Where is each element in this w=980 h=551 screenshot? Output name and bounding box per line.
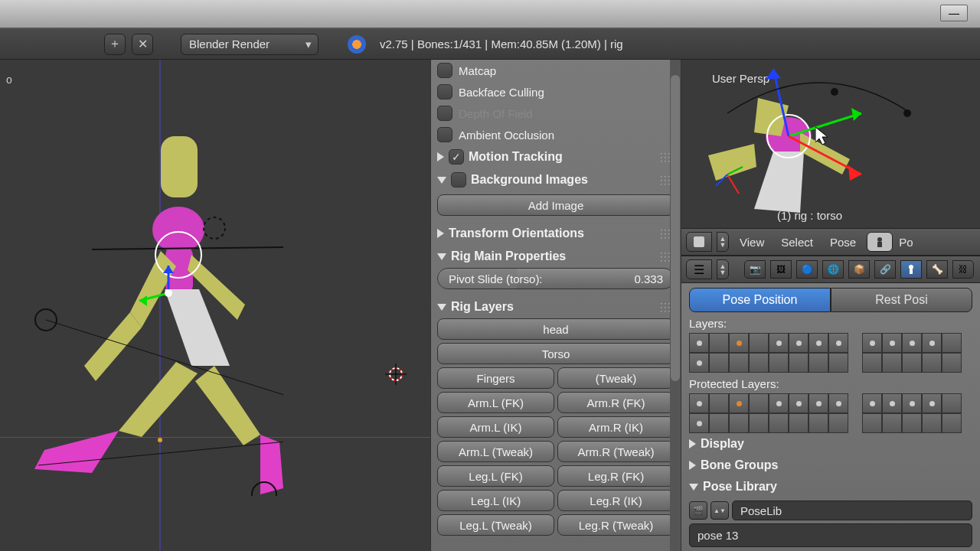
properties-header: ☰ ▲▼ 📷 🖼 🔵 🌐 📦 🔗 🦴 ⛓ <box>681 256 980 283</box>
constraints-tab-icon[interactable]: 🔗 <box>874 260 896 279</box>
svg-line-40 <box>727 174 739 194</box>
window-titlebar: — <box>0 0 980 29</box>
fingers-tweak-button[interactable]: (Tweak) <box>557 367 675 389</box>
add-screen-icon[interactable]: ＋ <box>104 34 126 55</box>
leg-r-tweak-button[interactable]: Leg.R (Tweak) <box>557 514 675 536</box>
armature-properties: Pose Position Rest Posi Layers: Protecte… <box>681 283 980 551</box>
world-tab-icon[interactable]: 🌐 <box>822 260 844 279</box>
torso-layer-button[interactable]: Torso <box>437 343 675 364</box>
armature-layers-grid[interactable] <box>689 333 972 373</box>
origin-dot-icon <box>158 438 162 442</box>
matcap-checkbox[interactable] <box>437 63 452 78</box>
render-engine-dropdown[interactable]: Blender Render <box>181 34 318 55</box>
svg-marker-32 <box>708 144 756 181</box>
arm-l-ik-button[interactable]: Arm.L (IK) <box>437 416 554 438</box>
motion-tracking-header[interactable]: Motion Tracking <box>437 145 675 168</box>
svg-marker-35 <box>851 108 861 121</box>
motion-tracking-checkbox[interactable] <box>449 149 464 165</box>
poselib-name-field[interactable]: PoseLib <box>732 500 972 520</box>
backface-checkbox[interactable] <box>437 84 452 99</box>
svg-marker-20 <box>139 295 147 306</box>
action-browse-icon[interactable]: 🎬 <box>689 501 707 520</box>
3d-viewport-main[interactable]: o <box>0 60 430 551</box>
armature-tab-icon[interactable] <box>900 260 922 279</box>
svg-marker-22 <box>163 266 174 273</box>
svg-marker-29 <box>754 152 804 213</box>
bone-tab-icon[interactable]: 🦴 <box>926 260 948 279</box>
fingers-layer-button[interactable]: Fingers <box>437 367 554 389</box>
render-tab-icon[interactable]: 📷 <box>744 260 766 279</box>
bg-images-header[interactable]: Background Images <box>437 168 675 191</box>
leg-r-ik-button[interactable]: Leg.R (IK) <box>557 490 675 511</box>
ao-checkbox[interactable] <box>437 127 452 142</box>
dof-checkbox[interactable] <box>437 106 452 121</box>
ao-label: Ambient Occlusion <box>459 129 554 142</box>
svg-marker-37 <box>766 69 781 80</box>
pose-position-button[interactable]: Pose Position <box>689 288 831 312</box>
editor-type-icon[interactable] <box>686 232 712 252</box>
properties-editor-icon[interactable]: ☰ <box>686 259 712 279</box>
pose-list-item: pose 13 <box>697 529 738 542</box>
transform-orientations-header[interactable]: Transform Orientations <box>437 222 675 245</box>
pose-mode-dropdown[interactable]: Po <box>897 236 914 249</box>
delete-screen-icon[interactable]: ✕ <box>132 34 153 55</box>
mouse-cursor-icon <box>815 127 832 150</box>
rig-layers-header[interactable]: Rig Layers <box>437 295 675 318</box>
render-layers-tab-icon[interactable]: 🖼 <box>770 260 792 279</box>
head-layer-button[interactable]: head <box>437 318 675 340</box>
svg-rect-46 <box>694 236 704 247</box>
select-menu[interactable]: Select <box>775 236 819 249</box>
svg-point-11 <box>204 217 225 239</box>
arm-r-ik-button[interactable]: Arm.R (IK) <box>557 416 675 438</box>
pose-list[interactable]: pose 13 <box>689 523 972 547</box>
svg-marker-8 <box>195 366 260 445</box>
3d-viewport-secondary[interactable]: User Persp <box>681 60 980 228</box>
panel-scrollbar[interactable] <box>670 60 681 551</box>
layers-label: Layers: <box>689 317 972 330</box>
protected-layers-label: Protected Layers: <box>689 377 972 390</box>
add-image-button[interactable]: Add Image <box>437 194 675 216</box>
protected-layers-grid[interactable] <box>689 393 972 433</box>
rig-main-properties-header[interactable]: Rig Main Properties <box>437 245 675 268</box>
view-menu[interactable]: View <box>733 236 770 249</box>
svg-point-1 <box>152 207 204 253</box>
bone-constraints-tab-icon[interactable]: ⛓ <box>952 260 974 279</box>
bg-images-checkbox[interactable] <box>451 172 466 187</box>
arm-r-tweak-button[interactable]: Arm.R (Tweak) <box>557 441 675 462</box>
svg-point-47 <box>877 237 882 242</box>
viewport-header: ▲▼ View Select Pose Po <box>681 228 980 256</box>
leg-l-fk-button[interactable]: Leg.L (FK) <box>437 465 554 487</box>
leg-r-fk-button[interactable]: Leg.R (FK) <box>557 465 675 487</box>
pose-menu[interactable]: Pose <box>824 236 862 249</box>
pivot-slide-slider[interactable]: Pivot Slide (torso):0.333 <box>437 268 675 289</box>
transform-manipulator[interactable] <box>138 262 199 327</box>
3d-cursor-icon <box>384 363 407 386</box>
properties-editor-dropdown[interactable]: ▲▼ <box>717 259 729 279</box>
editor-type-dropdown[interactable]: ▲▼ <box>717 232 729 252</box>
info-header: ＋ ✕ Blender Render v2.75 | Bones:1/431 |… <box>0 29 980 60</box>
bone-groups-header[interactable]: Bone Groups <box>689 455 972 476</box>
svg-rect-48 <box>877 242 882 247</box>
pose-mode-icon[interactable] <box>867 232 893 252</box>
right-column: User Persp <box>681 60 980 551</box>
n-panel: Matcap Backface Culling Depth Of Field A… <box>430 60 681 551</box>
display-panel-header[interactable]: Display <box>689 433 972 455</box>
viewport-label: o <box>6 73 12 86</box>
window-minimize-button[interactable]: — <box>940 5 968 21</box>
arm-l-fk-button[interactable]: Arm.L (FK) <box>437 392 554 413</box>
svg-point-43 <box>831 88 838 96</box>
leg-l-tweak-button[interactable]: Leg.L (Tweak) <box>437 514 554 536</box>
scene-tab-icon[interactable]: 🔵 <box>796 260 818 279</box>
svg-line-16 <box>46 320 283 431</box>
arm-r-fk-button[interactable]: Arm.R (FK) <box>557 392 675 413</box>
pose-library-header[interactable]: Pose Library <box>689 476 972 497</box>
action-browse-dropdown[interactable]: ▲▼ <box>710 501 729 520</box>
svg-marker-45 <box>815 127 828 145</box>
dof-label: Depth Of Field <box>459 107 533 120</box>
rest-position-button[interactable]: Rest Posi <box>831 288 972 312</box>
leg-l-ik-button[interactable]: Leg.L (IK) <box>437 490 554 511</box>
svg-point-23 <box>165 289 172 297</box>
svg-marker-9 <box>34 431 119 473</box>
arm-l-tweak-button[interactable]: Arm.L (Tweak) <box>437 441 554 462</box>
object-tab-icon[interactable]: 📦 <box>848 260 870 279</box>
